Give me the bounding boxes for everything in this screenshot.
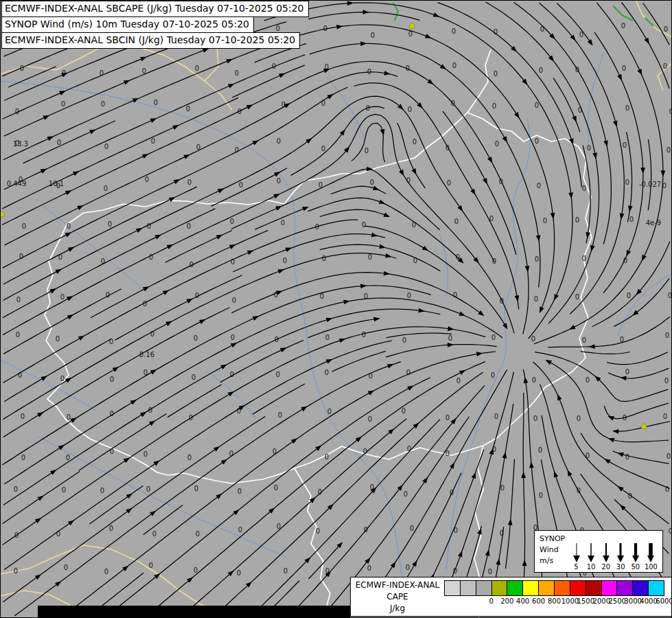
wind-speed-label: 20 (601, 563, 610, 571)
map-value-label: 0 (402, 407, 406, 415)
map-value-label: 0 (237, 488, 242, 495)
cape-colorbar-ticks: 0200400600800100015002000250030004000600… (444, 596, 664, 607)
cape-tick-label: 400 (516, 597, 529, 605)
map-value-label: 0 (495, 140, 499, 148)
wind-speed-item: 50 (629, 542, 641, 571)
map-value-label: 0 (368, 415, 372, 423)
map-value-label: 0 (535, 255, 539, 263)
map-value-label: 0 (276, 371, 280, 378)
map-value-label: 0 (586, 452, 590, 459)
map-value-label: 0 (325, 453, 329, 461)
map-value-label: 0 (16, 331, 20, 339)
cape-tick-label: 800 (548, 597, 561, 605)
wind-speed-label: 50 (631, 563, 640, 571)
map-value-label: 0 (543, 217, 547, 225)
map-value-label: 0 (667, 146, 671, 154)
wind-legend-title: SYNOP Wind m/s (535, 531, 570, 572)
map-value-label: 0 (537, 182, 541, 190)
wind-arrow-icon (601, 542, 611, 563)
map-value-label: 0 (539, 67, 543, 74)
map-value-label: 0 (370, 179, 374, 186)
map-value-label: 0 (146, 485, 150, 493)
map-value-label: 0 (16, 296, 21, 304)
map-value-label: 0 (154, 99, 158, 106)
map-value-label: 0 (452, 62, 456, 69)
map-value-label: 0 (283, 257, 287, 264)
map-value-label: 0 (109, 338, 113, 345)
cape-color-cell (602, 581, 618, 595)
map-value-label: 0 (413, 138, 417, 146)
map-value-label: 0 (277, 137, 281, 145)
wind-speed-item: 100 (645, 542, 658, 571)
map-value-label: 0 (532, 376, 536, 384)
map-value-label: 0 (531, 335, 535, 343)
title-bar-sbcape: ECMWF-INDEX-ANAL SBCAPE (J/kg) Tuesday 0… (1, 1, 309, 17)
map-value-label: 0 (667, 453, 671, 460)
map-value-label: 0 (402, 336, 406, 344)
wind-arrow-icon (646, 542, 656, 563)
map-value-label: 0 (587, 144, 591, 152)
map-value-label: 0 (325, 369, 329, 376)
map-value-label: 0 (194, 485, 198, 492)
map-value-label: 0 (62, 486, 66, 494)
map-value-label: 0 (456, 377, 461, 385)
cape-colorbar-cells (444, 580, 664, 596)
cape-legend-title-line: ECMWF-INDEX-ANAL (351, 580, 444, 591)
map-value-label: 0 (60, 375, 65, 382)
map-value-label: 0 (488, 568, 492, 575)
map-value-label: 0 (627, 292, 631, 299)
cape-color-cell (539, 581, 555, 595)
cape-color-cell (492, 581, 508, 595)
wind-speed-label: 5 (574, 563, 578, 571)
cape-color-cell (586, 581, 602, 595)
map-value-label: 0 (192, 374, 196, 381)
map-value-label: 0 (231, 334, 235, 341)
map-value-label: 0 (492, 102, 496, 110)
map-extreme-value-label: -0.027 (639, 181, 661, 188)
map-value-label: 0 (239, 181, 243, 189)
map-value-label: 0 (586, 376, 590, 384)
map-value-label: 0 (625, 368, 629, 376)
map-value-label: 0 (491, 334, 496, 341)
wind-legend-title-line: Wind (540, 545, 569, 556)
map-value-label: 0 (237, 569, 241, 577)
map-value-label: 0 (406, 564, 410, 571)
map-value-label: 0 (535, 102, 539, 109)
map-value-label: 0 (362, 331, 366, 339)
map-value-label: 0 (230, 218, 234, 225)
map-value-label: 0 (149, 562, 153, 569)
map-extreme-value-label: 4e-9 (646, 219, 662, 227)
map-value-label: 0 (625, 179, 629, 186)
map-value-label: 0 (533, 415, 537, 422)
wind-speed-scale: 510203050100 (570, 531, 662, 572)
title-bar-sbcin: ECMWF-INDEX-ANAL SBCIN (J/kg) Tuesday 07… (1, 32, 300, 49)
cape-legend-title: ECMWF-INDEX-ANAL CAPE J/kg (351, 577, 444, 616)
map-value-label: 0 (623, 141, 627, 149)
map-value-label: 0 (110, 376, 114, 383)
weather-map-canvas: 0000000000000000000000000000000000000000… (0, 0, 672, 618)
map-value-label: 0 (663, 413, 667, 420)
cape-color-legend: ECMWF-INDEX-ANAL CAPE J/kg 0200400600800… (350, 577, 672, 617)
wind-arrow-icon (586, 542, 596, 563)
map-value-label: 0 (629, 216, 634, 223)
wind-speed-label: 10 (587, 563, 596, 571)
map-extreme-value-label: 10.1 (49, 180, 64, 187)
map-value-label: 0 (367, 564, 371, 572)
map-value-label: 0 (452, 27, 456, 35)
cape-tick-label: 3000 (624, 597, 641, 605)
cape-tick-label: 1000 (561, 597, 579, 605)
wind-speed-item: 20 (600, 542, 612, 571)
map-value-label: 0 (534, 295, 538, 303)
map-value-label: 0 (186, 105, 190, 113)
map-value-label: 0 (152, 530, 157, 538)
map-value-label: 0 (404, 490, 408, 498)
cape-color-cell (507, 581, 523, 595)
cape-tick-label: 200 (500, 597, 513, 605)
map-value-label: 0 (500, 484, 505, 492)
map-value-label: 0 (327, 408, 332, 415)
cape-tick-label: 4000 (640, 597, 657, 605)
wind-arrow-icon (572, 542, 581, 563)
map-value-label: 0 (364, 147, 369, 154)
map-value-label: 0 (539, 492, 543, 499)
map-value-label: 0 (104, 185, 108, 192)
